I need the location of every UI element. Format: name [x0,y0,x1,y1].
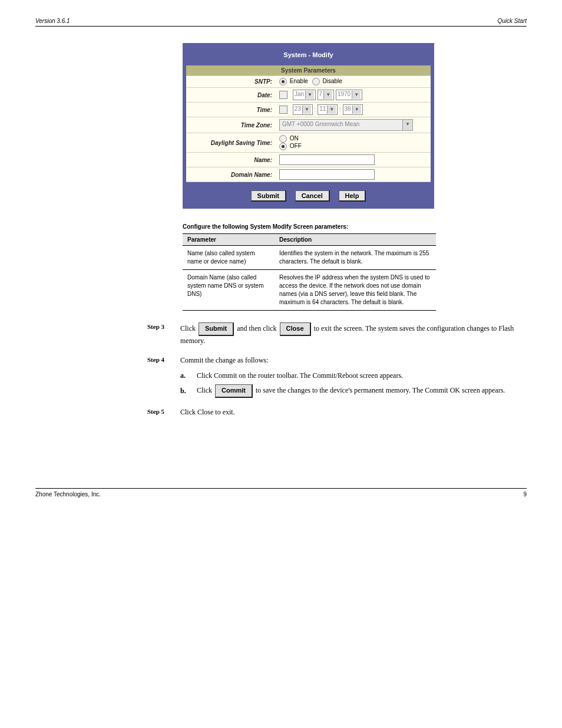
step-5: Step 5 Click Close to exit. [147,407,527,417]
sntp-enable-label: Enable [290,78,308,84]
inline-submit-button[interactable]: Submit [199,322,234,336]
step-5-text: Click Close to exit. [180,407,527,417]
step-4-text: Commit the change as follows: a. Click C… [180,355,527,398]
params-intro: Configure the following System Modify Sc… [183,223,527,230]
inline-close-button[interactable]: Close [280,322,311,336]
footer-right: 9 [523,491,527,498]
step-4a-text: Click Commit on the router toolbar. The … [197,371,403,381]
step-3-num: Step 3 [147,322,180,346]
sntp-enable-radio[interactable] [279,78,287,85]
dst-off-radio[interactable] [279,143,287,150]
step-4: Step 4 Commit the change as follows: a. … [147,355,527,398]
timezone-select[interactable]: GMT +0000 Greenwich Mean ▼ [279,119,413,131]
params-desc-table: Parameter Description Name (also called … [183,233,436,311]
label-timezone: Time Zone: [186,117,276,133]
params-section-header: System Parameters [186,65,431,76]
panel-cancel-button[interactable]: Cancel [295,190,330,202]
label-name: Name: [186,153,276,167]
date-month-select[interactable]: Jan▼ [293,90,316,100]
dst-off-label: OFF [290,143,302,149]
system-modify-panel: System - Modify System Parameters SNTP: … [183,43,434,209]
name-input[interactable] [279,154,375,165]
step-4a-label: a. [180,371,197,381]
label-domain: Domain Name: [186,167,276,182]
col-parameter: Parameter [183,234,275,246]
label-time: Time: [186,103,276,117]
footer-left: Zhone Technologies, Inc. [35,491,101,498]
panel-button-row: Submit Cancel Help [186,182,431,205]
time-ss-select[interactable]: 38▼ [343,104,363,115]
row-dst: Daylight Saving Time: ON OFF [186,133,431,153]
label-dst: Daylight Saving Time: [186,133,276,153]
step-5-num: Step 5 [147,407,180,417]
system-params-table: System Parameters SNTP: Enable Disable D… [186,65,431,182]
step-4b-text: Click Commit to save the changes to the … [197,384,505,398]
panel-title: System - Modify [186,47,431,65]
date-checkbox[interactable] [279,91,287,99]
domain-input[interactable] [279,169,375,180]
desc-row-domain: Domain Name (also called system name DNS… [183,270,436,311]
page-header: Version 3.6.1 Quick Start [35,18,527,27]
dst-on-radio[interactable] [279,135,287,143]
desc-text-0: Identifies the system in the network. Th… [275,246,436,270]
label-date: Date: [186,88,276,103]
time-checkbox[interactable] [279,106,287,114]
header-left: Version 3.6.1 [35,18,70,24]
date-day-select[interactable]: 7▼ [318,90,334,100]
step-4b-label: b. [180,386,197,396]
desc-param-0: Name (also called system name or device … [183,246,275,270]
col-description: Description [275,234,436,246]
row-domain: Domain Name: [186,167,431,182]
step-4-num: Step 4 [147,355,180,398]
header-right: Quick Start [498,18,527,24]
desc-row-name: Name (also called system name or device … [183,246,436,270]
panel-help-button[interactable]: Help [339,190,366,202]
row-sntp: SNTP: Enable Disable [186,76,431,88]
desc-text-1: Resolves the IP address when the system … [275,270,436,311]
inline-commit-button[interactable]: Commit [215,384,253,398]
date-year-select[interactable]: 1970▼ [336,90,362,100]
row-timezone: Time Zone: GMT +0000 Greenwich Mean ▼ [186,117,431,133]
step-3: Step 3 Click Submit and then click Close… [147,322,527,346]
row-date: Date: Jan▼ 7▼ 1970▼ [186,88,431,103]
time-hh-select[interactable]: 23▼ [293,104,313,115]
row-time: Time: 23▼ : 11▼ : 38▼ [186,103,431,117]
row-name: Name: [186,153,431,167]
sntp-disable-label: Disable [322,78,342,84]
page-footer: Zhone Technologies, Inc. 9 [35,488,527,498]
desc-param-1: Domain Name (also called system name DNS… [183,270,275,311]
label-sntp: SNTP: [186,76,276,88]
panel-submit-button[interactable]: Submit [251,190,286,202]
time-mm-select[interactable]: 11▼ [318,104,338,115]
step-3-text: Click Submit and then click Close to exi… [180,322,527,346]
dst-on-label: ON [290,135,299,141]
sntp-disable-radio[interactable] [312,78,320,85]
